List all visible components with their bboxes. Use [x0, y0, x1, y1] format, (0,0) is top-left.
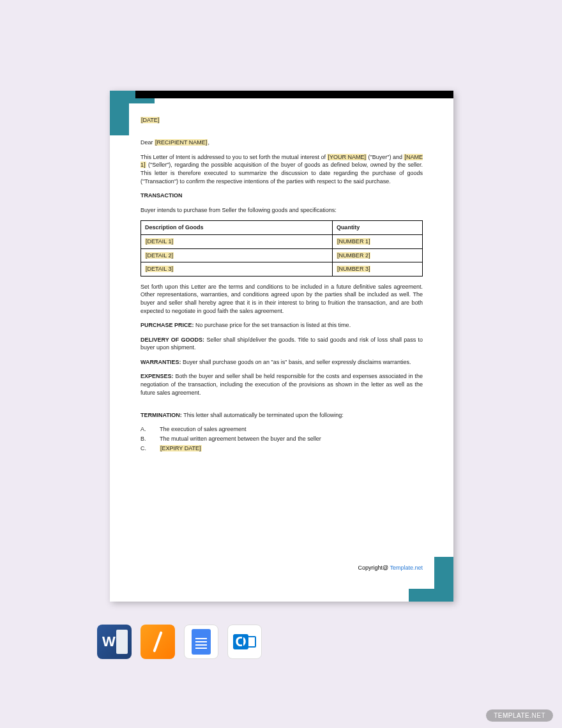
table-row: [DETAIL 3] [NUMBER 3] — [141, 262, 423, 277]
heading-expenses: EXPENSES: — [140, 373, 174, 379]
expenses-text: Both the buyer and seller shall be held … — [140, 373, 423, 395]
heading-warranties: WARRANTIES: — [140, 359, 181, 365]
price-text: No purchase price for the set transactio… — [194, 322, 351, 328]
warranties-text: Buyer shall purchase goods on an "as is"… — [181, 359, 411, 365]
cell-qty-2: [NUMBER 2] — [337, 252, 371, 259]
corner-decoration-bottom-right — [434, 557, 453, 602]
cell-desc-3: [DETAIL 3] — [145, 266, 174, 272]
google-docs-icon[interactable] — [184, 625, 218, 659]
intro-text-3: ("Seller"), regarding the possible acqui… — [140, 162, 423, 184]
termination-text: This letter shall automatically be termi… — [182, 412, 344, 418]
app-icon-row — [97, 625, 262, 659]
transaction-line: Buyer intends to purchase from Seller th… — [140, 206, 423, 215]
field-your-name: [YOUR NAME] — [327, 154, 367, 160]
list-label-b: B. — [140, 435, 160, 443]
copyright-prefix: Copyright@ — [358, 565, 390, 571]
word-icon[interactable] — [97, 625, 132, 659]
salutation-suffix: , — [208, 139, 209, 146]
list-item: A.The execution of sales agreement — [140, 425, 423, 434]
termination-list: A.The execution of sales agreement B.The… — [140, 425, 423, 452]
field-date: [DATE] — [140, 117, 160, 123]
th-description: Description of Goods — [141, 221, 333, 235]
watermark-thin: .NET — [529, 712, 545, 719]
heading-termination: TERMINATION: — [140, 412, 182, 418]
pages-icon[interactable] — [140, 625, 175, 659]
list-label-c: C. — [140, 444, 160, 453]
letter-content: [DATE] Dear [RECIPIENT NAME], This Lette… — [140, 116, 423, 576]
list-text-a: The execution of sales agreement — [160, 425, 247, 434]
top-black-bar — [135, 91, 453, 98]
terms-intro: Set forth upon this Letter are the terms… — [140, 283, 423, 315]
outlook-icon[interactable] — [227, 625, 262, 659]
heading-delivery: DELIVERY OF GOODS: — [140, 337, 204, 343]
table-row: [DETAIL 2] [NUMBER 2] — [141, 248, 423, 262]
intro-text-1: This Letter of Intent is addressed to yo… — [140, 154, 327, 160]
corner-decoration-top-left — [110, 91, 129, 135]
copyright-link[interactable]: Template.net — [390, 565, 423, 571]
th-quantity: Quantity — [332, 221, 422, 235]
cell-qty-3: [NUMBER 3] — [337, 266, 371, 272]
watermark-badge: TEMPLATE.NET — [486, 709, 553, 722]
list-text-b: The mutual written agreement between the… — [160, 435, 321, 443]
list-item: B.The mutual written agreement between t… — [140, 435, 423, 443]
list-item: C.[EXPIRY DATE] — [140, 444, 423, 453]
watermark-bold: TEMPLATE — [494, 712, 529, 719]
table-row: [DETAIL 1] [NUMBER 1] — [141, 234, 423, 248]
cell-qty-1: [NUMBER 1] — [337, 238, 371, 245]
list-label-a: A. — [140, 425, 160, 434]
field-recipient: [RECIPIENT NAME] — [155, 139, 208, 146]
goods-table: Description of Goods Quantity [DETAIL 1]… — [140, 220, 423, 276]
field-expiry-date: [EXPIRY DATE] — [160, 445, 202, 451]
intro-text-2: ("Buyer") and — [367, 154, 404, 160]
heading-transaction: TRANSACTION — [140, 192, 423, 200]
salutation-prefix: Dear — [140, 139, 155, 146]
cell-desc-1: [DETAIL 1] — [145, 238, 174, 245]
heading-price: PURCHASE PRICE: — [140, 322, 194, 328]
cell-desc-2: [DETAIL 2] — [145, 252, 174, 259]
copyright-line: Copyright@ Template.net — [358, 565, 423, 571]
table-header-row: Description of Goods Quantity — [141, 221, 423, 235]
document-page: [DATE] Dear [RECIPIENT NAME], This Lette… — [110, 91, 453, 602]
